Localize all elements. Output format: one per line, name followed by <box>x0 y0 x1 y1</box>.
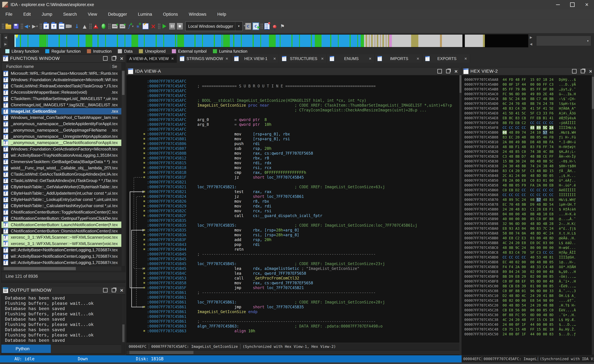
hex-row[interactable]: 00007FF707C45C50 24 00 0F 1F 44 00 00 83… <box>462 332 594 337</box>
function-row[interactable]: wistd__Func_impl_wistd__Callable_obj__la… <box>1 165 121 171</box>
column-segment[interactable]: Se <box>110 64 121 69</box>
menu-file[interactable]: File <box>0 9 18 19</box>
hex-row[interactable]: 00007FF707C45B38 24 30 48 8B 74 24 38 48… <box>462 164 594 169</box>
hex-row[interactable]: 00007FF707C45BE0 F4 F4 2A 00 48 33 C4 48… <box>462 265 594 269</box>
hex-row[interactable]: 00007FF707C45B20 24 48 85 C0 74 3B 4C 8B… <box>462 149 594 154</box>
function-row[interactable]: CNotificationCenterButton::LaunchNotific… <box>1 221 121 228</box>
hex-row[interactable]: 00007FF707C45BE8 89 84 24 30 02 00 00 48… <box>462 269 594 274</box>
maximize-button[interactable] <box>565 0 580 9</box>
function-row[interactable]: CTaskItem::ThumbBarSetImageList(_IMAGELI… <box>1 96 121 102</box>
hex-row[interactable]: 00007FF707C45AD8 48 83 C4 30 41 5F 41 5E… <box>462 106 594 111</box>
hex-row[interactable]: 00007FF707C45AE8 EB 8C 83 C8 FF EB B1 41… <box>462 116 594 121</box>
search-binary-icon[interactable]: 101 <box>58 22 65 30</box>
disassembly-line[interactable]: :00007FF707C45B35 mov rbx, [rsp+28h+arg_… <box>127 228 459 233</box>
disassembly-line[interactable]: :00007FF707C45B15 mov rdi, rdx <box>127 161 459 165</box>
disassembly-view[interactable]: :00007FF707C45AFC:00007FF707C45AFC; ====… <box>127 75 459 343</box>
function-row[interactable]: CByteHashTable::_AddUpdateItem(int,uchar… <box>1 190 121 196</box>
hex-row[interactable]: 00007FF707C45B48 2C A1 24 00 48 8D 0D 05… <box>462 173 594 178</box>
hex-row[interactable]: 00007FF707C45BC0 48 8B 9C 24 80 00 00 00… <box>462 245 594 250</box>
hex-view-vertical-scrollbar[interactable] <box>592 67 594 355</box>
disassembly-line[interactable]: :00007FF707C45B61; ---------------------… <box>127 319 459 324</box>
function-row[interactable]: CTaskListWnd::GetAccTaskButtonGroupAtInd… <box>1 171 121 177</box>
hex-row[interactable]: 00007FF707C45C10 D2 48 8D 4C 24 20 41 B8… <box>462 293 594 298</box>
navband-range-select[interactable]: ▼ <box>536 36 591 46</box>
minimize-button[interactable] <box>551 0 565 9</box>
disassembly-line[interactable]: :00007FF707C45B35loc_7FF707C45B35: ; COD… <box>127 223 459 228</box>
hex-row[interactable]: 00007FF707C45AB0 00 0F 1F 44 00 00 FF C3… <box>462 82 594 87</box>
panel-float-icon[interactable] <box>112 56 116 60</box>
disassembly-line[interactable]: :00007FF707C45B26 mov r8, rbx <box>127 199 459 204</box>
undefine-icon[interactable]: × <box>150 22 157 30</box>
panel-float-icon[interactable] <box>112 288 116 292</box>
run-plugin-icon[interactable]: ▲ <box>81 22 88 30</box>
disassembly-line[interactable]: :00007FF707C45B18 mov rsi, rcx <box>127 165 459 170</box>
function-row[interactable]: CNotificationCenterButton::DismissNotifi… <box>1 228 121 234</box>
hex-row[interactable]: 00007FF707C45B28 C3 48 8B D7 48 8B CE FF… <box>462 154 594 159</box>
hex-row[interactable]: 00007FF707C45B50 FB 2A 00 E8 C0 83 01 00… <box>462 178 594 183</box>
disassembly-line[interactable]: :00007FF707C45AFC <box>127 79 459 84</box>
hex-row[interactable]: 00007FF707C45C20 00 48 8D 54 24 20 48 8B… <box>462 303 594 308</box>
function-row[interactable]: wil::ActivityBase<NotificationCenterLogg… <box>1 253 121 259</box>
disassembly-line[interactable]: :00007FF707C45B21 <box>127 180 459 185</box>
menu-windows[interactable]: Windows <box>183 9 212 19</box>
debugger-start-icon[interactable] <box>161 22 168 30</box>
close-button[interactable]: × <box>580 0 594 9</box>
hex-row[interactable]: 00007FF707C45B60 C0 EB D2 CC CC CC CC CC… <box>462 188 594 193</box>
disassembly-line[interactable]: :00007FF707C45B61 <box>127 295 459 300</box>
hex-row[interactable]: 00007FF707C45BA8 58 00 74 0A 48 8D 4C 24… <box>462 231 594 236</box>
hex-row[interactable]: 00007FF707C45B40 83 C4 20 5F C3 48 8D 15… <box>462 169 594 173</box>
hex-row[interactable]: 00007FF707C45AC8 8B 5C 24 60 8B C7 48 8B… <box>462 97 594 101</box>
navband-zoom-out-icon[interactable]: ◀ <box>529 41 533 47</box>
function-row[interactable]: _anonymous_namespace__GetAppImageFileNam… <box>1 127 121 133</box>
menu-lumina[interactable]: Lumina <box>132 9 158 19</box>
debugger-pause-icon[interactable] <box>169 22 176 30</box>
hex-row[interactable]: 00007FF707C45BB8 4C 24 20 E8 E0 DC 03 00… <box>462 240 594 245</box>
disassembly-line[interactable]: :00007FF707C45B61 <box>127 314 459 319</box>
disassembly-line[interactable]: :00007FF707C45B21 test rax, rax <box>127 189 459 194</box>
hex-row[interactable]: 00007FF707C45AF0 8B FD EB C2 CC CC CC CC… <box>462 121 594 125</box>
search-values-icon[interactable]: # <box>43 22 50 30</box>
tab-hex-view-1[interactable]: 0HEX VIEW-1× <box>231 54 279 63</box>
hex-row[interactable]: 00007FF707C45B90 40 00 00 00 85 C0 0F 88… <box>462 217 594 221</box>
tab-structures[interactable]: ASTRUCTURES× <box>279 54 327 63</box>
function-row[interactable]: _anonymous_namespace__UnregisterWpnAppli… <box>1 133 121 140</box>
function-row[interactable]: wil::ActivityBase<TrayNotificationAreaLo… <box>1 152 121 158</box>
function-row[interactable]: _anonymous_namespace__ClearNotifications… <box>1 140 121 146</box>
panel-maximize-icon[interactable] <box>103 288 108 292</box>
disassembly-line[interactable]: :00007FF707C45B2C mov rcx, rsi <box>127 208 459 213</box>
hex-row[interactable]: 00007FF707C45BA0 E8 93 A3 04 00 83 7C 24… <box>462 226 594 231</box>
lumina-icon[interactable] <box>100 22 107 30</box>
hex-row[interactable]: 00007FF707C45C00 8B CB E8 39 01 00 00 85… <box>462 284 594 289</box>
disassembly-line[interactable]: :00007FF707C45B45; ---------------------… <box>127 252 459 257</box>
debugger-stop-icon[interactable] <box>176 22 183 30</box>
toolbar-grip[interactable] <box>108 23 111 30</box>
navigate-forward-icon[interactable]: ▶▼ <box>31 22 39 30</box>
function-row[interactable]: CByteHashTable::_LookupEntry(uchar const… <box>1 196 121 203</box>
functions-vertical-scrollbar[interactable] <box>122 70 125 266</box>
hex-row[interactable]: 00007FF707C45B18 48 8B F1 48 83 F8 FF 74… <box>462 144 594 149</box>
toolbar-grip[interactable] <box>20 23 23 30</box>
disassembly-line[interactable]: :00007FF707C45B12 mov rbx, r8 <box>127 156 459 161</box>
attach-process-icon[interactable]: ◀C <box>245 22 252 30</box>
breakpoint-list-icon[interactable] <box>263 22 270 30</box>
navband-scroll-right-icon[interactable]: ▶ <box>4 41 8 47</box>
hex-row[interactable]: 00007FF707C45AA8 44 FD 48 FF 15 07 18 24… <box>462 77 594 82</box>
chevron-down-icon[interactable]: ▼ <box>235 22 242 31</box>
tab-a-view-a-hex-view[interactable]: A VIEW-A, HEX VIEW× <box>126 54 177 63</box>
python-command-input[interactable] <box>51 345 121 353</box>
disassembly-line[interactable]: :00007FF707C45B1F jz short loc_7FF707C45… <box>127 175 459 180</box>
panel-float-icon[interactable] <box>581 69 585 73</box>
function-row[interactable]: xercesc_3_1::WFXMLScanner::~WFXMLScanner… <box>1 240 121 247</box>
function-row[interactable]: CTaskListWnd::GetTaskAtIndex(int,ITaskGr… <box>1 177 121 184</box>
function-row[interactable]: ImageList_GetIconSize.tex <box>1 108 121 114</box>
tab-strings-window[interactable]: sSTRINGS WINDOW× <box>177 54 231 63</box>
function-row[interactable]: wil::ActivityBase<NotificationCenterLogg… <box>1 247 121 253</box>
disassembly-line[interactable]: :00007FF707C45AFC <box>127 89 459 93</box>
python-prompt-button[interactable]: Python <box>1 345 51 353</box>
disassembly-line[interactable]: :00007FF707C45B06 push rdi <box>127 141 459 146</box>
panel-maximize-icon[interactable] <box>572 69 577 73</box>
navband-scroll-left-icon[interactable]: ◀ <box>4 34 8 40</box>
disassembly-line[interactable]: :00007FF707C45B24 jz short loc_7FF707C45… <box>127 194 459 199</box>
ida-view-vertical-scrollbar[interactable] <box>459 67 462 355</box>
hex-row[interactable]: 00007FF707C45B30 15 8B 30 24 00 48 8B 5C… <box>462 159 594 164</box>
